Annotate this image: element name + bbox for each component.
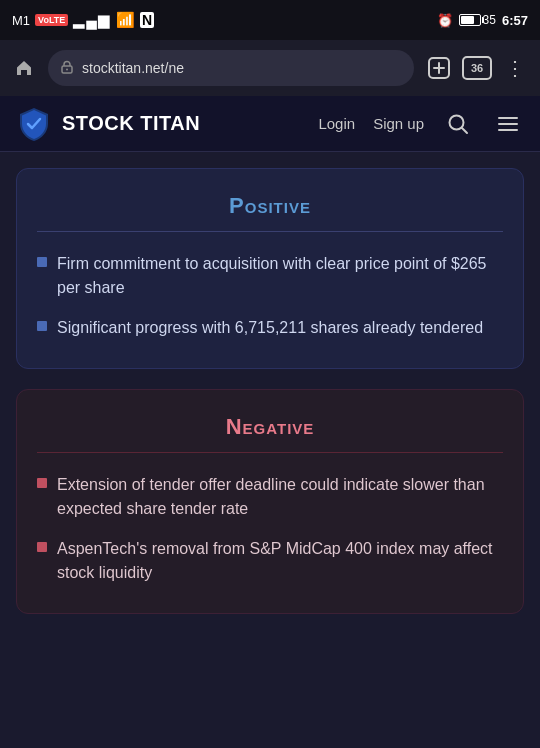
tabs-count[interactable]: 36 (462, 56, 492, 80)
list-item: AspenTech's removal from S&P MidCap 400 … (37, 537, 503, 585)
alarm-icon: ⏰ (437, 13, 453, 28)
battery-percent: 35 (483, 13, 496, 27)
bullet-icon (37, 542, 47, 552)
status-left: M1 VoLTE ▂▄▆ 📶 N (12, 11, 154, 29)
main-content: Positive Firm commitment to acquisition … (0, 152, 540, 614)
nav-links: Login Sign up (318, 108, 524, 140)
wifi-icon: 📶 (116, 11, 135, 29)
carrier-label: M1 (12, 13, 30, 28)
list-item: Firm commitment to acquisition with clea… (37, 252, 503, 300)
positive-item-2: Significant progress with 6,715,211 shar… (57, 316, 483, 340)
list-item: Significant progress with 6,715,211 shar… (37, 316, 503, 340)
logo-icon (16, 106, 52, 142)
signal-icon: ▂▄▆ (73, 11, 111, 29)
positive-divider (37, 231, 503, 232)
netflix-icon: N (140, 12, 154, 28)
negative-title: Negative (37, 414, 503, 440)
signup-link[interactable]: Sign up (373, 115, 424, 132)
negative-item-2: AspenTech's removal from S&P MidCap 400 … (57, 537, 503, 585)
nav-bar: STOCK TITAN Login Sign up (0, 96, 540, 152)
list-item: Extension of tender offer deadline could… (37, 473, 503, 521)
positive-list: Firm commitment to acquisition with clea… (37, 252, 503, 340)
url-bar[interactable]: stocktitan.net/ne (48, 50, 414, 86)
negative-divider (37, 452, 503, 453)
security-icon (60, 60, 74, 77)
positive-card: Positive Firm commitment to acquisition … (16, 168, 524, 369)
status-bar: M1 VoLTE ▂▄▆ 📶 N ⏰ 35 6:57 (0, 0, 540, 40)
volte-badge: VoLTE (35, 14, 68, 26)
more-menu-button[interactable]: ⋮ (498, 51, 532, 85)
browser-home-button[interactable] (8, 52, 40, 84)
logo-area: STOCK TITAN (16, 106, 318, 142)
url-text: stocktitan.net/ne (82, 60, 184, 76)
browser-bar: stocktitan.net/ne 36 ⋮ (0, 40, 540, 96)
menu-button[interactable] (492, 108, 524, 140)
add-tab-button[interactable] (422, 51, 456, 85)
negative-list: Extension of tender offer deadline could… (37, 473, 503, 585)
positive-item-1: Firm commitment to acquisition with clea… (57, 252, 503, 300)
login-link[interactable]: Login (318, 115, 355, 132)
search-button[interactable] (442, 108, 474, 140)
svg-point-1 (66, 68, 68, 70)
status-right: ⏰ 35 6:57 (437, 13, 528, 28)
browser-actions: 36 ⋮ (422, 51, 532, 85)
bullet-icon (37, 478, 47, 488)
bullet-icon (37, 257, 47, 267)
logo-text: STOCK TITAN (62, 112, 200, 135)
bullet-icon (37, 321, 47, 331)
battery-indicator: 35 (459, 13, 496, 27)
time-display: 6:57 (502, 13, 528, 28)
negative-card: Negative Extension of tender offer deadl… (16, 389, 524, 614)
negative-item-1: Extension of tender offer deadline could… (57, 473, 503, 521)
positive-title: Positive (37, 193, 503, 219)
